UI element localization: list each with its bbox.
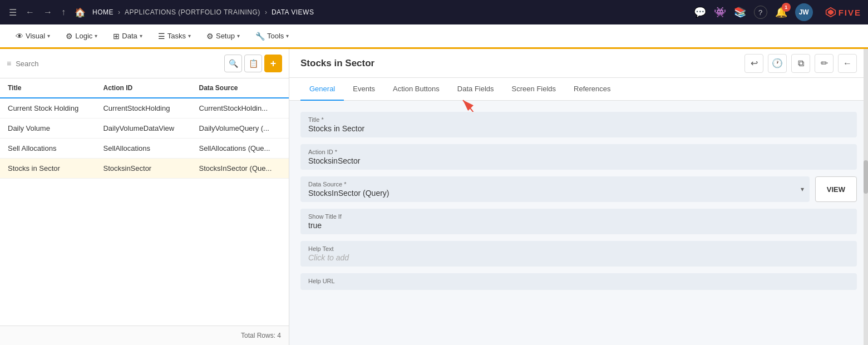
svg-marker-1: [828, 9, 834, 15]
nav-visual[interactable]: 👁 Visual ▾: [9, 28, 57, 44]
table-row-selected[interactable]: Stocks in Sector StocksinSector StocksIn…: [0, 159, 289, 179]
up-icon[interactable]: ↑: [59, 5, 68, 19]
tools-icon: 🔧: [255, 32, 265, 41]
close-button[interactable]: ←: [838, 54, 857, 73]
table-row[interactable]: Sell Allocations SellAllocations SellAll…: [0, 139, 289, 159]
field-help-text-label: Help Text: [308, 245, 849, 252]
tab-data-fields[interactable]: Data Fields: [448, 78, 503, 101]
nav-data[interactable]: ⊞ Data ▾: [106, 28, 149, 44]
field-show-title-if-value: true: [308, 221, 849, 230]
table-row[interactable]: Daily Volume DailyVolumeDataView DailyVo…: [0, 119, 289, 139]
search-actions: 🔍 📋 +: [224, 55, 282, 72]
field-action-id-label: Action ID *: [308, 149, 849, 155]
hamburger-icon[interactable]: ☰: [7, 5, 19, 20]
search-bar: ≡ 🔍 📋 +: [0, 49, 289, 78]
field-help-text-placeholder: Click to add: [308, 253, 849, 262]
scrollbar-thumb[interactable]: [864, 160, 868, 194]
nav-tools[interactable]: 🔧 Tools ▾: [249, 28, 295, 44]
field-help-url-label: Help URL: [308, 278, 849, 284]
field-help-text[interactable]: Help Text Click to add: [300, 241, 857, 267]
data-table: Title Action ID Data Source Current Stoc…: [0, 78, 289, 179]
forward-icon[interactable]: →: [41, 5, 55, 19]
undo-button[interactable]: ↩: [744, 54, 763, 73]
right-panel-actions: ↩ 🕐 ⧉ ✏ ←: [744, 54, 857, 73]
nav-tasks[interactable]: ☰ Tasks ▾: [151, 28, 198, 44]
breadcrumb-arrow-1: ›: [118, 8, 120, 16]
nav-tasks-label: Tasks: [167, 32, 186, 40]
field-data-source[interactable]: Data Source * StocksInSector (Query) ▾: [300, 176, 810, 202]
nav-setup[interactable]: ⚙ Setup ▾: [200, 28, 246, 44]
cell-data-source: StocksInSector (Que...: [191, 159, 289, 179]
avatar[interactable]: JW: [795, 3, 813, 21]
form-area: Title * Stocks in Sector Action ID * Sto…: [289, 101, 868, 345]
col-header-title[interactable]: Title: [0, 78, 95, 98]
cell-data-source: CurrentStockHoldin...: [191, 98, 289, 119]
help-icon[interactable]: ?: [754, 6, 767, 19]
back-icon[interactable]: ←: [23, 5, 37, 19]
app-label[interactable]: APPLICATIONS (PORTFOLIO TRAINING): [125, 8, 260, 16]
breadcrumb-arrow-2: ›: [265, 8, 267, 16]
cell-title: Stocks in Sector: [0, 159, 95, 179]
field-title[interactable]: Title * Stocks in Sector: [300, 112, 857, 137]
edit-button[interactable]: ✏: [815, 54, 834, 73]
tab-events[interactable]: Events: [344, 78, 384, 101]
search-button[interactable]: 🔍: [224, 55, 242, 72]
nav-logic-label: Logic: [75, 32, 92, 40]
tab-action-buttons[interactable]: Action Buttons: [384, 78, 448, 101]
cell-data-source: SellAllocations (Que...: [191, 139, 289, 159]
dropdown-arrow-icon: ▾: [801, 185, 804, 193]
top-navigation: ☰ ← → ↑ 🏠 HOME › APPLICATIONS (PORTFOLIO…: [0, 0, 868, 24]
filter-icon: ≡: [7, 59, 11, 68]
total-rows-label: Total Rows: 4: [241, 332, 281, 339]
setup-caret-icon: ▾: [237, 33, 240, 39]
data-table-container: Title Action ID Data Source Current Stoc…: [0, 78, 289, 326]
nav-tools-label: Tools: [267, 32, 284, 40]
field-data-source-label: Data Source *: [308, 181, 802, 188]
field-help-url[interactable]: Help URL: [300, 273, 857, 290]
table-row[interactable]: Current Stock Holding CurrentStockHoldin…: [0, 98, 289, 119]
add-button[interactable]: +: [264, 55, 282, 72]
tools-caret-icon: ▾: [286, 33, 289, 39]
tab-screen-fields[interactable]: Screen Fields: [503, 78, 565, 101]
field-action-id-value: StocksinSector: [308, 156, 849, 165]
copy-button[interactable]: 📋: [244, 55, 262, 72]
notification-count: 1: [782, 3, 791, 12]
data-icon: ⊞: [113, 32, 120, 41]
cell-action-id: DailyVolumeDataView: [95, 119, 191, 139]
nav-visual-label: Visual: [26, 32, 45, 40]
chat-icon[interactable]: 💬: [694, 6, 706, 18]
home-label[interactable]: HOME: [92, 8, 114, 16]
five-brand-logo: FIVE: [825, 7, 861, 18]
notification-bell-icon[interactable]: 🔔 1: [775, 6, 787, 18]
tab-references[interactable]: References: [565, 78, 619, 101]
tasks-caret-icon: ▾: [188, 33, 191, 39]
logic-caret-icon: ▾: [95, 33, 97, 39]
field-show-title-if[interactable]: Show Title If true: [300, 209, 857, 234]
field-title-label: Title *: [308, 116, 849, 123]
cell-action-id: SellAllocations: [95, 139, 191, 159]
library-icon[interactable]: 📚: [734, 6, 746, 18]
data-source-row: Data Source * StocksInSector (Query) ▾ V…: [300, 176, 857, 202]
right-panel-title: Stocks in Sector: [300, 58, 374, 69]
table-footer: Total Rows: 4: [0, 326, 289, 345]
logic-icon: ⚙: [66, 32, 73, 41]
view-button[interactable]: VIEW: [815, 176, 857, 202]
character-icon[interactable]: 👾: [714, 6, 726, 18]
search-input[interactable]: [16, 60, 220, 68]
col-header-data-source[interactable]: Data Source: [191, 78, 289, 98]
current-label[interactable]: DATA VIEWS: [272, 8, 314, 16]
field-action-id[interactable]: Action ID * StocksinSector: [300, 144, 857, 170]
main-area: ≡ 🔍 📋 + Title Action ID Data Source: [0, 49, 868, 345]
nav-data-label: Data: [122, 32, 137, 40]
right-scrollbar[interactable]: [864, 49, 868, 345]
left-panel: ≡ 🔍 📋 + Title Action ID Data Source: [0, 49, 289, 345]
visual-caret-icon: ▾: [47, 33, 50, 39]
second-navigation: 👁 Visual ▾ ⚙ Logic ▾ ⊞ Data ▾ ☰ Tasks ▾ …: [0, 24, 868, 49]
cell-title: Current Stock Holding: [0, 98, 95, 119]
col-header-action-id[interactable]: Action ID: [95, 78, 191, 98]
history-button[interactable]: 🕐: [768, 54, 787, 73]
copy-record-button[interactable]: ⧉: [791, 54, 810, 73]
tab-general[interactable]: General: [300, 78, 344, 101]
nav-logic[interactable]: ⚙ Logic ▾: [59, 28, 104, 44]
five-brand-text: FIVE: [839, 8, 861, 17]
